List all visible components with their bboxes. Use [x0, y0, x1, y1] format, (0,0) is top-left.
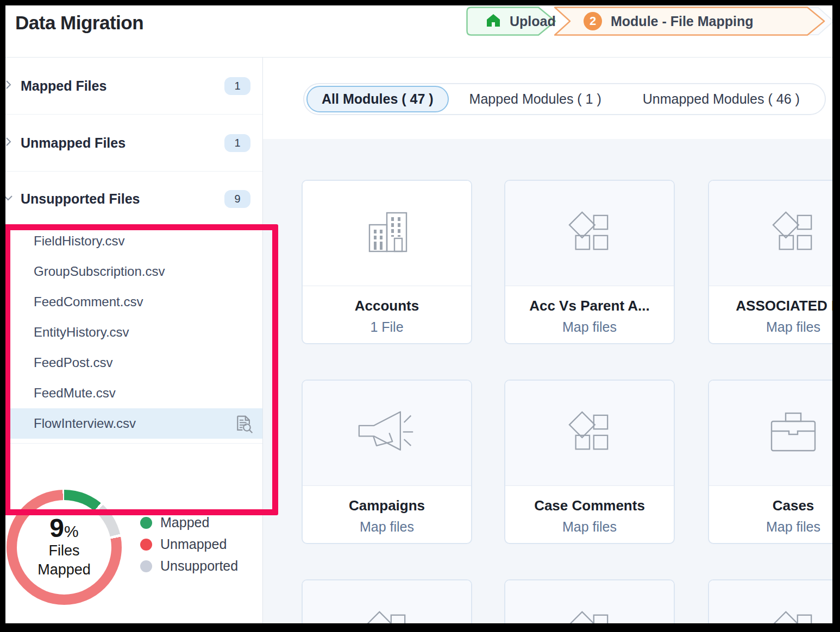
module-name: Campaigns [349, 497, 425, 514]
main-panel: All Modules ( 47 ) Mapped Modules ( 1 ) … [263, 58, 832, 623]
app-window: Data Migration 2 Module - File Mapping [5, 5, 832, 623]
legend-item: Mapped [140, 515, 238, 530]
card-icon-area [303, 181, 471, 286]
stepper-step-module-file-mapping[interactable]: 2 Module - File Mapping [553, 7, 826, 36]
chevron-right-icon [5, 136, 14, 150]
sidebar: Mapped Files 1 Unmapped Files 1 Unsuppor… [5, 58, 263, 623]
module-cards-region: Accounts 1 File [263, 139, 832, 623]
file-item[interactable]: EntityHistory.csv [5, 317, 262, 347]
card-icon-area [709, 580, 832, 623]
divider [5, 443, 262, 444]
file-item-selected[interactable]: FlowInterview.csv [5, 408, 262, 439]
megaphone-icon [356, 409, 417, 457]
sidebar-section-unmapped-files[interactable]: Unmapped Files 1 [5, 115, 262, 172]
map-files-link[interactable]: Map files [766, 319, 820, 335]
files-mapped-donut: 9% Files Mapped [7, 490, 122, 605]
card-icon-area [505, 181, 674, 286]
step-number-badge: 2 [584, 12, 602, 30]
count-badge: 1 [224, 134, 250, 152]
module-icon [568, 611, 611, 624]
module-icon [772, 211, 814, 256]
stepper-step-upload[interactable]: Upload [466, 7, 556, 36]
map-files-link[interactable]: Map files [562, 319, 617, 335]
donut-legend: Mapped Unmapped Unsupported [140, 515, 238, 574]
legend-dot-unmapped [140, 539, 152, 551]
module-filter-tabs: All Modules ( 47 ) Mapped Modules ( 1 ) … [303, 83, 826, 115]
tab-unmapped-modules[interactable]: Unmapped Modules ( 46 ) [622, 91, 820, 107]
module-name: Acc Vs Parent A... [529, 298, 650, 314]
module-icon [568, 211, 611, 256]
percent-caption: Files [48, 541, 79, 560]
map-files-link[interactable]: Map files [766, 519, 820, 535]
tab-mapped-modules[interactable]: Mapped Modules ( 1 ) [449, 91, 622, 107]
step-label: Upload [510, 14, 556, 29]
file-item[interactable]: FeedComment.csv [5, 287, 262, 317]
module-name: Case Comments [534, 497, 645, 514]
module-card-cases[interactable]: Cases Map files [708, 380, 832, 544]
tab-all-modules[interactable]: All Modules ( 47 ) [306, 86, 449, 112]
section-label: Unmapped Files [21, 135, 224, 151]
card-icon-area [303, 381, 471, 486]
module-name: ASSOCIATED P... [736, 298, 832, 314]
module-icon [366, 611, 408, 624]
preview-file-icon[interactable] [234, 414, 254, 437]
sidebar-section-mapped-files[interactable]: Mapped Files 1 [5, 58, 262, 115]
chevron-right-icon [5, 79, 14, 93]
legend-dot-mapped [140, 517, 152, 529]
donut-center: 9% Files Mapped [17, 500, 111, 595]
legend-item: Unmapped [140, 536, 238, 552]
chevron-down-icon [5, 192, 14, 206]
file-item[interactable]: FeedMute.csv [5, 378, 262, 408]
module-card-campaigns[interactable]: Campaigns Map files [302, 380, 472, 544]
count-badge: 9 [224, 190, 250, 208]
page-title: Data Migration [15, 12, 143, 34]
module-card-partial[interactable] [302, 579, 472, 623]
card-icon-area [505, 580, 674, 623]
card-icon-area [709, 381, 832, 486]
map-files-link[interactable]: Map files [562, 519, 617, 535]
briefcase-icon [768, 412, 818, 455]
card-icon-area [303, 580, 471, 623]
module-files-link[interactable]: 1 File [370, 319, 403, 335]
module-name: Accounts [355, 298, 419, 314]
count-badge: 1 [224, 77, 250, 95]
file-item[interactable]: FeedPost.csv [5, 347, 262, 378]
header: Data Migration 2 Module - File Mapping [5, 5, 832, 58]
building-icon [364, 211, 410, 256]
home-icon [486, 13, 501, 30]
module-name: Cases [773, 497, 814, 514]
module-card-partial[interactable] [504, 579, 675, 623]
card-icon-area [709, 181, 832, 286]
map-files-link[interactable]: Map files [360, 519, 414, 535]
module-card-partial[interactable] [708, 579, 832, 623]
module-icon [568, 411, 611, 456]
section-label: Mapped Files [21, 78, 224, 94]
step-label: Module - File Mapping [611, 14, 753, 29]
module-card-acc-vs-parent[interactable]: Acc Vs Parent A... Map files [504, 180, 675, 344]
legend-item: Unsupported [140, 558, 238, 574]
module-icon [772, 611, 814, 624]
file-item[interactable]: FieldHistory.csv [5, 226, 262, 256]
unsupported-file-list: FieldHistory.csv GroupSubscription.csv F… [5, 226, 262, 444]
module-card-associated[interactable]: ASSOCIATED P... Map files [708, 180, 832, 344]
legend-dot-unsupported [140, 560, 152, 572]
percent-caption: Mapped [37, 560, 91, 579]
percent-value: 9% [49, 515, 78, 541]
card-icon-area [505, 381, 674, 486]
module-card-accounts[interactable]: Accounts 1 File [302, 180, 472, 344]
section-label: Unsupported Files [21, 191, 224, 207]
sidebar-section-unsupported-files[interactable]: Unsupported Files 9 [5, 172, 262, 226]
file-item[interactable]: GroupSubscription.csv [5, 256, 262, 287]
module-card-case-comments[interactable]: Case Comments Map files [504, 380, 675, 544]
